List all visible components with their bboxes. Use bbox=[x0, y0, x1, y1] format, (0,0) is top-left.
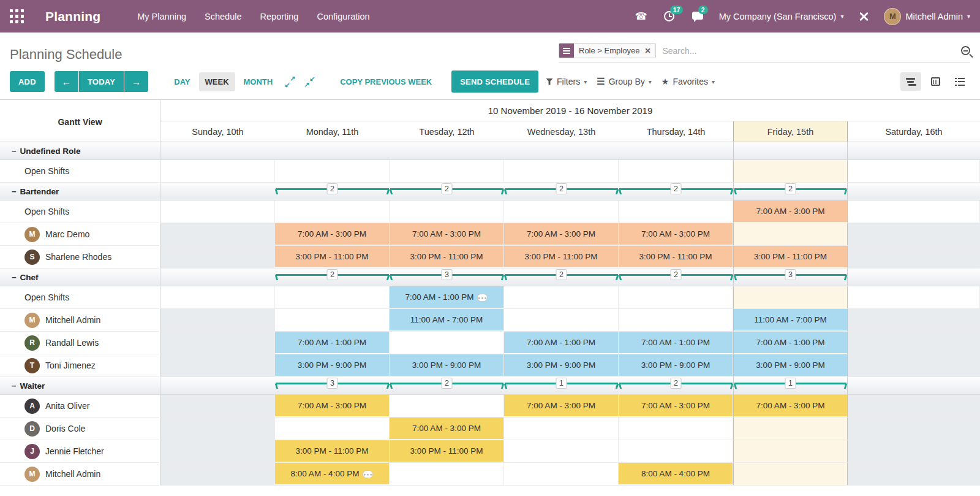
gantt-day-cell[interactable] bbox=[160, 354, 275, 376]
gantt-day-cell[interactable]: 3:00 PM - 11:00 PM bbox=[275, 246, 390, 268]
shift-block[interactable]: 8:00 AM - 4:00 PM●●● bbox=[275, 463, 389, 484]
gantt-day-cell[interactable] bbox=[733, 418, 848, 440]
gantt-day-cell[interactable] bbox=[160, 463, 275, 485]
gantt-day-cell[interactable] bbox=[160, 309, 275, 331]
gantt-day-cell[interactable]: 3:00 PM - 9:00 PM bbox=[504, 354, 619, 376]
gantt-day-cell[interactable] bbox=[619, 160, 733, 182]
group-label[interactable]: Waiter bbox=[0, 377, 160, 394]
gantt-day-cell[interactable] bbox=[619, 200, 733, 223]
gantt-day-cell[interactable]: 3:00 PM - 11:00 PM bbox=[504, 246, 619, 268]
gantt-day-cell[interactable]: 3:00 PM - 9:00 PM bbox=[733, 354, 848, 376]
shift-block[interactable]: 3:00 PM - 9:00 PM bbox=[734, 354, 847, 376]
gantt-day-cell[interactable] bbox=[275, 309, 390, 331]
shift-block[interactable]: 7:00 AM - 3:00 PM bbox=[619, 395, 733, 416]
user-menu[interactable]: M Mitchell Admin▾ bbox=[884, 8, 970, 25]
calendar-view-button[interactable] bbox=[925, 72, 946, 91]
gantt-day-cell[interactable] bbox=[504, 463, 619, 485]
gantt-day-cell[interactable] bbox=[848, 309, 980, 331]
scale-month-button[interactable]: MONTH bbox=[238, 72, 279, 91]
gantt-day-cell[interactable] bbox=[848, 200, 980, 223]
gantt-day-cell[interactable] bbox=[848, 223, 980, 245]
shift-block[interactable]: 7:00 AM - 3:00 PM bbox=[390, 223, 503, 245]
gantt-day-cell[interactable]: 7:00 AM - 3:00 PM bbox=[733, 395, 848, 417]
gantt-day-cell[interactable] bbox=[504, 200, 619, 223]
shift-block[interactable]: 11:00 AM - 7:00 PM bbox=[390, 309, 503, 330]
copy-previous-week-button[interactable]: COPY PREVIOUS WEEK bbox=[334, 72, 438, 91]
gantt-day-cell[interactable] bbox=[504, 309, 619, 331]
shift-block[interactable]: 7:00 AM - 3:00 PM bbox=[619, 223, 733, 245]
shift-block[interactable]: 3:00 PM - 11:00 PM bbox=[275, 440, 389, 462]
gantt-day-cell[interactable]: 7:00 AM - 3:00 PM bbox=[390, 223, 504, 245]
gantt-day-cell[interactable] bbox=[619, 440, 733, 462]
facet-remove-icon[interactable]: ✕ bbox=[644, 47, 650, 55]
shift-block[interactable]: 7:00 AM - 1:00 PM bbox=[275, 332, 389, 353]
gantt-day-cell[interactable] bbox=[160, 440, 275, 462]
gantt-day-cell[interactable]: 7:00 AM - 3:00 PM bbox=[275, 223, 390, 245]
gantt-day-cell[interactable] bbox=[275, 418, 390, 440]
shift-block[interactable]: 3:00 PM - 11:00 PM bbox=[504, 246, 618, 267]
shift-block[interactable]: 7:00 AM - 3:00 PM bbox=[504, 223, 618, 245]
next-week-button[interactable]: → bbox=[124, 71, 148, 92]
gantt-day-cell[interactable]: 11:00 AM - 7:00 PM bbox=[733, 309, 848, 331]
activities-icon[interactable]: 17 bbox=[663, 10, 676, 23]
scale-day-button[interactable]: DAY bbox=[168, 72, 196, 91]
gantt-day-cell[interactable]: 8:00 AM - 4:00 PM bbox=[619, 463, 733, 485]
gantt-day-cell[interactable]: 7:00 AM - 1:00 PM bbox=[504, 332, 619, 354]
group-by-dropdown[interactable]: ☰ Group By▾ bbox=[594, 72, 654, 91]
shift-block[interactable]: 11:00 AM - 7:00 PM bbox=[734, 309, 847, 330]
search-icon[interactable] bbox=[961, 46, 970, 55]
gantt-day-cell[interactable] bbox=[160, 246, 275, 268]
gantt-day-cell[interactable]: 7:00 AM - 1:00 PM●●● bbox=[390, 286, 504, 308]
gantt-day-cell[interactable] bbox=[160, 418, 275, 440]
company-switcher[interactable]: My Company (San Francisco)▾ bbox=[719, 12, 844, 21]
gantt-day-cell[interactable]: 3:00 PM - 9:00 PM bbox=[275, 354, 390, 376]
today-button[interactable]: TODAY bbox=[79, 71, 124, 92]
shift-block[interactable]: 7:00 AM - 3:00 PM bbox=[275, 223, 389, 245]
menu-configuration[interactable]: Configuration bbox=[317, 12, 369, 21]
gantt-day-cell[interactable] bbox=[619, 418, 733, 440]
scale-week-button[interactable]: WEEK bbox=[199, 72, 235, 91]
gantt-day-cell[interactable] bbox=[619, 309, 733, 331]
gantt-day-cell[interactable] bbox=[160, 160, 275, 182]
group-label[interactable]: Chef bbox=[0, 269, 160, 286]
gantt-day-cell[interactable] bbox=[504, 418, 619, 440]
search-input[interactable] bbox=[656, 44, 961, 58]
shift-block[interactable]: 8:00 AM - 4:00 PM bbox=[619, 463, 733, 484]
shift-block[interactable]: 7:00 AM - 1:00 PM bbox=[619, 332, 733, 353]
gantt-day-cell[interactable]: 3:00 PM - 11:00 PM bbox=[733, 246, 848, 268]
shift-block[interactable]: 3:00 PM - 9:00 PM bbox=[619, 354, 733, 376]
shift-block[interactable]: 7:00 AM - 3:00 PM bbox=[734, 395, 847, 416]
gantt-day-cell[interactable] bbox=[160, 286, 275, 308]
gantt-day-cell[interactable] bbox=[160, 223, 275, 245]
gantt-day-cell[interactable]: 8:00 AM - 4:00 PM●●● bbox=[275, 463, 390, 485]
shift-block[interactable]: 3:00 PM - 9:00 PM bbox=[390, 354, 503, 376]
gantt-day-cell[interactable]: 3:00 PM - 9:00 PM bbox=[619, 354, 733, 376]
gantt-day-cell[interactable] bbox=[275, 286, 390, 308]
shift-block[interactable]: 3:00 PM - 11:00 PM bbox=[390, 440, 503, 462]
gantt-day-cell[interactable] bbox=[848, 395, 980, 417]
gantt-day-cell[interactable] bbox=[733, 223, 848, 245]
apps-grid-icon[interactable] bbox=[10, 9, 24, 24]
expand-icon[interactable]: ↗↙ bbox=[284, 75, 296, 88]
add-button[interactable]: ADD bbox=[10, 71, 45, 92]
gantt-day-cell[interactable] bbox=[160, 332, 275, 354]
shift-block[interactable]: 7:00 AM - 1:00 PM●●● bbox=[390, 286, 503, 308]
phone-icon[interactable]: ☎ bbox=[635, 10, 648, 23]
gantt-day-cell[interactable] bbox=[619, 286, 733, 308]
messages-icon[interactable]: 2 bbox=[691, 10, 704, 23]
shift-block[interactable]: 7:00 AM - 3:00 PM bbox=[734, 200, 847, 222]
gantt-day-cell[interactable]: 7:00 AM - 3:00 PM bbox=[504, 395, 619, 417]
shift-block[interactable]: 7:00 AM - 3:00 PM bbox=[275, 395, 389, 416]
gantt-day-cell[interactable]: 3:00 PM - 9:00 PM bbox=[390, 354, 504, 376]
shift-block[interactable]: 7:00 AM - 1:00 PM bbox=[504, 332, 618, 353]
gantt-day-cell[interactable]: 3:00 PM - 11:00 PM bbox=[390, 440, 504, 462]
shift-block[interactable]: 7:00 AM - 1:00 PM bbox=[734, 332, 847, 353]
gantt-day-cell[interactable]: 7:00 AM - 3:00 PM bbox=[619, 395, 733, 417]
gantt-day-cell[interactable] bbox=[848, 463, 980, 485]
gantt-day-cell[interactable]: 3:00 PM - 11:00 PM bbox=[390, 246, 504, 268]
gantt-day-cell[interactable]: 7:00 AM - 3:00 PM bbox=[733, 200, 848, 223]
favorites-dropdown[interactable]: ★ Favorites▾ bbox=[659, 73, 717, 90]
gantt-day-cell[interactable] bbox=[504, 440, 619, 462]
group-label[interactable]: Bartender bbox=[0, 183, 160, 200]
gantt-day-cell[interactable]: 7:00 AM - 1:00 PM bbox=[733, 332, 848, 354]
